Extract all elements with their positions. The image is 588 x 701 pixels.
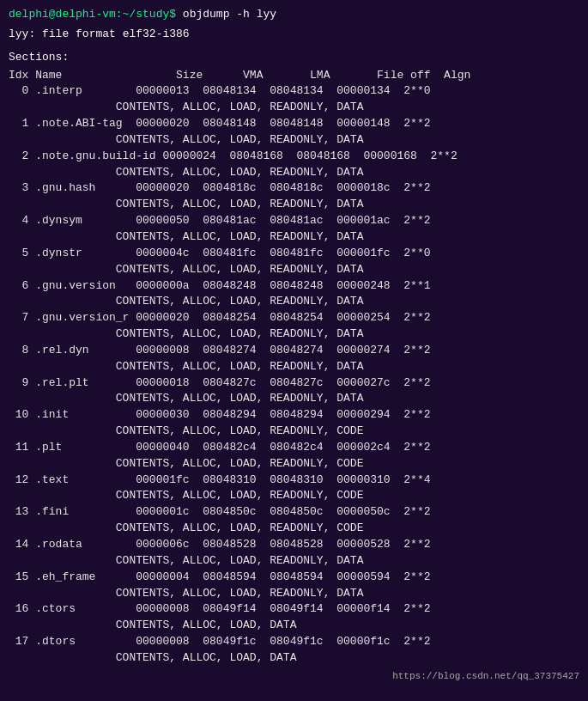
table-row: 15 .eh_frame 00000004 08048594 08048594 … bbox=[9, 570, 579, 586]
section-attrs: CONTENTS, ALLOC, LOAD, READONLY, CODE bbox=[9, 456, 579, 472]
table-row: 10 .init 00000030 08048294 08048294 0000… bbox=[9, 407, 579, 424]
table-row: 0 .interp 00000013 08048134 08048134 000… bbox=[9, 83, 579, 100]
section-attrs: CONTENTS, ALLOC, LOAD, DATA bbox=[9, 650, 579, 667]
section-attrs: CONTENTS, ALLOC, LOAD, READONLY, DATA bbox=[9, 391, 579, 407]
table-row: 11 .plt 00000040 080482c4 080482c4 00000… bbox=[9, 440, 579, 456]
sections-label: Sections: bbox=[9, 50, 579, 66]
table-row: 17 .dtors 00000008 08049f1c 08049f1c 000… bbox=[9, 634, 579, 650]
file-format-line: lyy: file format elf32-i386 bbox=[9, 27, 579, 43]
table-row: 6 .gnu.version 0000000a 08048248 0804824… bbox=[9, 278, 579, 295]
prompt-text: delphi@delphi-vm:~/study$ bbox=[9, 8, 176, 21]
table-row: 1 .note.ABI-tag 00000020 08048148 080481… bbox=[9, 116, 579, 132]
table-row: 12 .text 000001fc 08048310 08048310 0000… bbox=[9, 472, 579, 489]
table-row: 2 .note.gnu.build-id 00000024 08048168 0… bbox=[9, 149, 579, 165]
section-attrs: CONTENTS, ALLOC, LOAD, READONLY, DATA bbox=[9, 229, 579, 246]
sections-list: 0 .interp 00000013 08048134 08048134 000… bbox=[9, 83, 579, 666]
table-row: 4 .dynsym 00000050 080481ac 080481ac 000… bbox=[9, 213, 579, 229]
section-attrs: CONTENTS, ALLOC, LOAD, READONLY, CODE bbox=[9, 521, 579, 537]
prompt-line: delphi@delphi-vm:~/study$ objdump -h lyy bbox=[9, 7, 579, 23]
terminal: delphi@delphi-vm:~/study$ objdump -h lyy… bbox=[9, 7, 579, 684]
section-attrs: CONTENTS, ALLOC, LOAD, DATA bbox=[9, 618, 579, 634]
section-attrs: CONTENTS, ALLOC, LOAD, READONLY, DATA bbox=[9, 262, 579, 278]
section-attrs: CONTENTS, ALLOC, LOAD, READONLY, DATA bbox=[9, 132, 579, 149]
section-attrs: CONTENTS, ALLOC, LOAD, READONLY, CODE bbox=[9, 488, 579, 504]
section-attrs: CONTENTS, ALLOC, LOAD, READONLY, DATA bbox=[9, 553, 579, 570]
section-attrs: CONTENTS, ALLOC, LOAD, READONLY, DATA bbox=[9, 359, 579, 375]
section-attrs: CONTENTS, ALLOC, LOAD, READONLY, DATA bbox=[9, 100, 579, 116]
table-row: 9 .rel.plt 00000018 0804827c 0804827c 00… bbox=[9, 375, 579, 392]
section-attrs: CONTENTS, ALLOC, LOAD, READONLY, DATA bbox=[9, 165, 579, 181]
table-row: 8 .rel.dyn 00000008 08048274 08048274 00… bbox=[9, 343, 579, 359]
table-row: 16 .ctors 00000008 08049f14 08049f14 000… bbox=[9, 601, 579, 618]
table-row: 3 .gnu.hash 00000020 0804818c 0804818c 0… bbox=[9, 180, 579, 197]
table-row: 5 .dynstr 0000004c 080481fc 080481fc 000… bbox=[9, 246, 579, 262]
section-attrs: CONTENTS, ALLOC, LOAD, READONLY, CODE bbox=[9, 424, 579, 440]
table-row: 13 .fini 0000001c 0804850c 0804850c 0000… bbox=[9, 504, 579, 521]
column-header: Idx Name Size VMA LMA File off Algn bbox=[9, 68, 579, 84]
table-row: 14 .rodata 0000006c 08048528 08048528 00… bbox=[9, 537, 579, 553]
file-format-text: file format elf32-i386 bbox=[35, 27, 189, 40]
file-target: lyy: bbox=[9, 27, 35, 40]
section-attrs: CONTENTS, ALLOC, LOAD, READONLY, DATA bbox=[9, 197, 579, 213]
table-row: 7 .gnu.version_r 00000020 08048254 08048… bbox=[9, 310, 579, 326]
section-attrs: CONTENTS, ALLOC, LOAD, READONLY, DATA bbox=[9, 294, 579, 310]
command-text: objdump -h lyy bbox=[176, 8, 276, 21]
section-attrs: CONTENTS, ALLOC, LOAD, READONLY, DATA bbox=[9, 586, 579, 602]
section-attrs: CONTENTS, ALLOC, LOAD, READONLY, DATA bbox=[9, 326, 579, 343]
watermark: https://blog.csdn.net/qq_37375427 bbox=[9, 670, 579, 684]
